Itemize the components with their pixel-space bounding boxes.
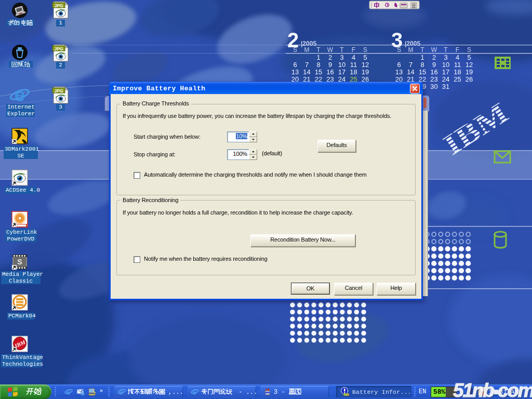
svg-text:JPG: JPG: [54, 3, 63, 8]
svg-text:e: e: [15, 85, 25, 104]
svg-text:e: e: [192, 388, 197, 396]
svg-text:S: S: [17, 258, 22, 266]
svg-text:JPG: JPG: [54, 88, 63, 94]
svg-text:e: e: [119, 388, 124, 396]
svg-text:e: e: [66, 388, 71, 396]
svg-text:JPG: JPG: [54, 46, 63, 51]
